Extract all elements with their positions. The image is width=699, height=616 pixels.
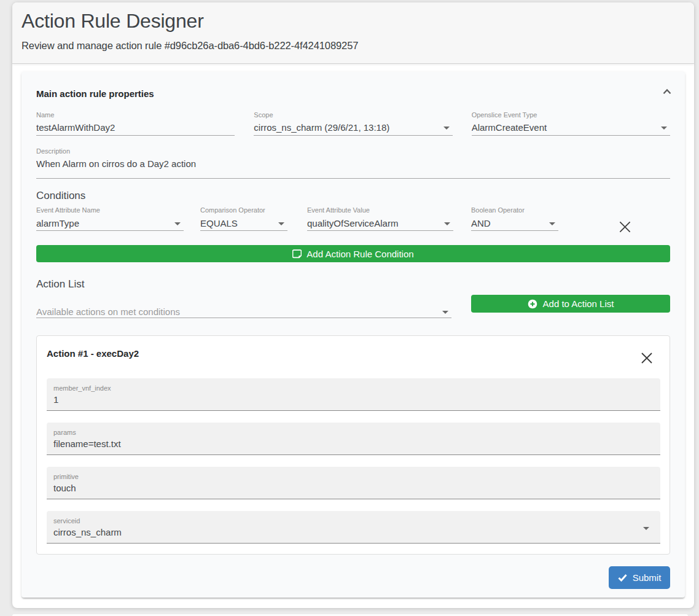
comparison-operator-select[interactable]: Comparison Operator EQUALS	[200, 206, 287, 231]
condition-row: Event Attribute Name alarmType Compariso…	[36, 206, 670, 233]
event-attribute-name-select[interactable]: Event Attribute Name alarmType	[36, 206, 184, 231]
submit-label: Submit	[633, 572, 662, 583]
dropdown-arrow-icon	[661, 127, 667, 130]
boolean-operator-value: AND	[471, 217, 549, 229]
add-action-rule-condition-label: Add Action Rule Condition	[307, 249, 413, 259]
event-attribute-value-value: qualityOfServiceAlarm	[307, 217, 444, 229]
add-to-action-list-label: Add to Action List	[543, 298, 614, 309]
add-to-action-list-button[interactable]: Add to Action List	[471, 295, 670, 313]
panel-body: Main action rule properties Name testAla…	[12, 64, 694, 598]
main-properties-card: Main action rule properties Name testAla…	[21, 72, 685, 598]
boolean-operator-label: Boolean Operator	[471, 206, 558, 214]
plus-circle-icon	[528, 299, 537, 309]
member-vnf-index-input[interactable]: 1	[53, 394, 654, 405]
description-field[interactable]: Description When Alarm on cirros do a Da…	[36, 147, 670, 179]
dropdown-arrow-icon	[174, 222, 181, 225]
event-type-select[interactable]: Openslice Event Type AlarmCreateEvent	[472, 111, 670, 136]
remove-action-icon[interactable]	[641, 353, 653, 364]
event-attribute-value-label: Event Attribute Value	[307, 206, 453, 214]
scope-select[interactable]: Scope cirros_ns_charm (29/6/21, 13:18)	[254, 111, 452, 136]
name-field[interactable]: Name testAlarmWithDay2	[36, 111, 235, 136]
member-vnf-index-field[interactable]: member_vnf_index 1	[47, 378, 660, 411]
action-list-select-row: Available actions on met conditions Add …	[36, 295, 670, 318]
event-type-value: AlarmCreateEvent	[472, 122, 661, 133]
main-properties-card-title: Main action rule properties	[36, 88, 154, 99]
main-fields-row: Name testAlarmWithDay2 Scope cirros_ns_c…	[36, 111, 670, 136]
description-label: Description	[36, 147, 670, 155]
event-type-label: Openslice Event Type	[472, 111, 670, 119]
available-actions-placeholder: Available actions on met conditions	[36, 306, 442, 318]
action-card-header: Action #1 - execDay2	[47, 348, 660, 364]
page-title: Action Rule Designer	[21, 9, 685, 33]
primitive-input[interactable]: touch	[53, 482, 654, 494]
params-input[interactable]: filename=test.txt	[53, 438, 654, 450]
check-icon	[618, 574, 627, 582]
boolean-operator-select[interactable]: Boolean Operator AND	[471, 206, 558, 231]
name-input[interactable]: testAlarmWithDay2	[36, 122, 235, 133]
main-properties-card-header[interactable]: Main action rule properties	[36, 72, 670, 99]
action-list-heading: Action List	[36, 278, 670, 290]
description-input[interactable]: When Alarm on cirros do a Day2 action	[36, 158, 670, 170]
submit-row: Submit	[36, 566, 670, 589]
dropdown-arrow-icon	[443, 127, 450, 130]
params-label: params	[53, 429, 654, 436]
event-attribute-name-value: alarmType	[36, 217, 174, 229]
member-vnf-index-label: member_vnf_index	[53, 384, 654, 392]
chevron-up-icon[interactable]	[663, 88, 671, 95]
page-subtitle: Review and manage action rule #d96cb26a-…	[21, 39, 685, 52]
serviceid-label: serviceid	[53, 517, 654, 524]
dropdown-arrow-icon	[444, 222, 450, 225]
dropdown-arrow-icon	[549, 222, 555, 225]
event-attribute-name-label: Event Attribute Name	[36, 206, 184, 214]
action-rule-designer-page: Action Rule Designer Review and manage a…	[12, 2, 694, 608]
sticky-note-icon	[292, 249, 302, 259]
primitive-field[interactable]: primitive touch	[47, 467, 660, 499]
conditions-heading: Conditions	[36, 189, 670, 202]
scope-label: Scope	[254, 111, 452, 119]
remove-condition-icon[interactable]	[619, 221, 631, 233]
dropdown-arrow-icon	[278, 222, 284, 225]
page-header: Action Rule Designer Review and manage a…	[12, 2, 694, 64]
dropdown-arrow-icon	[643, 527, 649, 530]
dropdown-arrow-icon	[442, 311, 448, 314]
event-attribute-value-select[interactable]: Event Attribute Value qualityOfServiceAl…	[307, 206, 453, 231]
submit-button[interactable]: Submit	[609, 566, 670, 589]
action-card: Action #1 - execDay2 member_vnf_index 1 …	[36, 335, 670, 555]
params-field[interactable]: params filename=test.txt	[47, 423, 660, 455]
scope-value: cirros_ns_charm (29/6/21, 13:18)	[254, 122, 443, 133]
available-actions-select[interactable]: Available actions on met conditions	[36, 306, 451, 318]
action-card-title: Action #1 - execDay2	[47, 348, 139, 359]
name-label: Name	[36, 111, 235, 119]
serviceid-select[interactable]: serviceid cirros_ns_charm	[47, 511, 660, 544]
comparison-operator-value: EQUALS	[200, 217, 278, 229]
primitive-label: primitive	[53, 473, 654, 480]
serviceid-value: cirros_ns_charm	[53, 526, 654, 538]
add-action-rule-condition-button[interactable]: Add Action Rule Condition	[36, 245, 670, 262]
comparison-operator-label: Comparison Operator	[200, 206, 287, 214]
